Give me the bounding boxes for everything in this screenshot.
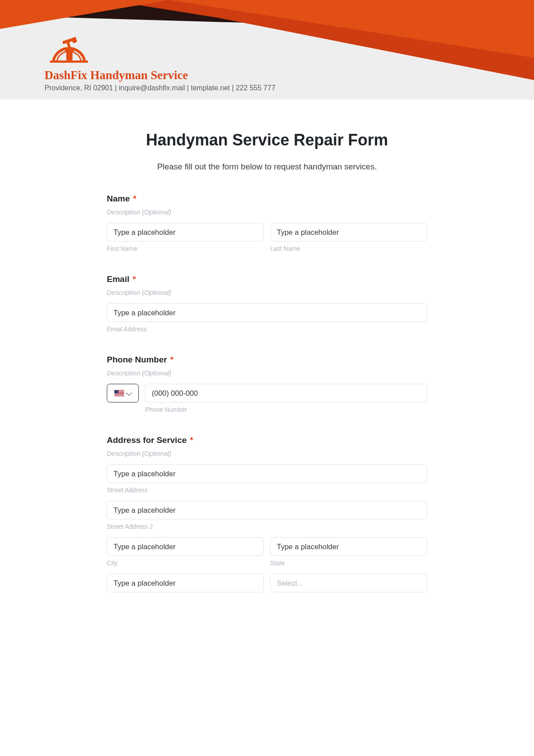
- country-code-select[interactable]: [107, 384, 139, 402]
- country-select[interactable]: Select...: [270, 574, 427, 592]
- state-sublabel: State: [270, 559, 427, 567]
- phone-input[interactable]: [145, 384, 427, 402]
- required-mark: *: [133, 194, 136, 203]
- svg-rect-4: [50, 60, 88, 63]
- desc-name: Description (Optional): [107, 208, 427, 216]
- required-mark: *: [133, 274, 136, 284]
- country-select-placeholder: Select...: [277, 579, 303, 587]
- city-input[interactable]: [107, 537, 264, 556]
- phone-sublabel: Phone Number: [145, 406, 427, 413]
- desc-email: Description (Optional): [107, 289, 427, 296]
- label-address: Address for Service *: [107, 435, 427, 445]
- first-name-input[interactable]: [107, 223, 264, 241]
- email-sublabel: Email Address: [107, 326, 427, 333]
- last-name-sublabel: Last Name: [270, 245, 427, 252]
- street-address-input[interactable]: [107, 464, 427, 483]
- desc-phone: Description (Optional): [107, 369, 427, 377]
- field-phone: Phone Number * Description (Optional) Ph…: [107, 355, 427, 413]
- brand-name: DashFix Handyman Service: [44, 68, 275, 82]
- svg-rect-9: [71, 37, 77, 44]
- street-address2-sublabel: Street Address 2: [107, 523, 427, 530]
- chevron-down-icon: [126, 389, 132, 395]
- field-address: Address for Service * Description (Optio…: [107, 435, 427, 592]
- field-name: Name * Description (Optional) First Name…: [107, 194, 427, 252]
- state-input[interactable]: [270, 537, 427, 556]
- street-address-sublabel: Street Address: [107, 487, 427, 494]
- form-title: Handyman Service Repair Form: [107, 131, 427, 149]
- form-container: Handyman Service Repair Form Please fill…: [107, 131, 427, 610]
- desc-address: Description (Optional): [107, 450, 427, 457]
- brand-logo: [44, 36, 93, 66]
- street-address2-input[interactable]: [107, 501, 427, 519]
- zip-input[interactable]: [107, 574, 264, 592]
- field-email: Email * Description (Optional) Email Add…: [107, 274, 427, 333]
- city-sublabel: City: [107, 559, 264, 567]
- label-name: Name *: [107, 194, 427, 204]
- required-mark: *: [190, 435, 193, 445]
- email-input[interactable]: [107, 303, 427, 322]
- us-flag-icon: [114, 390, 124, 396]
- required-mark: *: [170, 355, 173, 364]
- header-banner: DashFix Handyman Service Providence, RI …: [0, 0, 534, 100]
- label-email: Email *: [107, 274, 427, 284]
- label-phone: Phone Number *: [107, 355, 427, 365]
- first-name-sublabel: First Name: [107, 245, 264, 252]
- form-subtitle: Please fill out the form below to reques…: [107, 162, 427, 172]
- brand-contact-line: Providence, RI 02901 | inquire@dashfix.m…: [44, 84, 275, 92]
- last-name-input[interactable]: [270, 223, 427, 241]
